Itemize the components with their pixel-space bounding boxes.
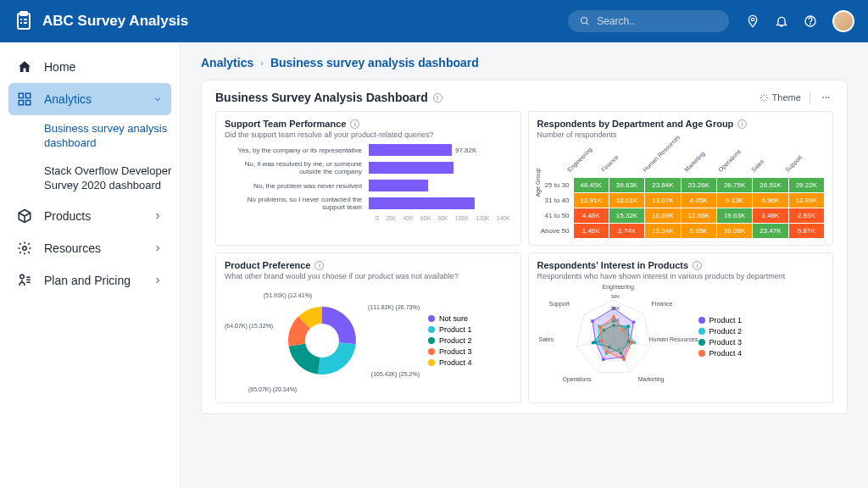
svg-point-34	[590, 319, 593, 323]
svg-rect-1	[20, 12, 27, 15]
svg-point-49	[591, 341, 594, 345]
svg-point-58	[598, 326, 602, 330]
breadcrumb: Analytics › Business survey analysis das…	[201, 56, 848, 69]
svg-rect-13	[19, 101, 23, 105]
box-icon	[17, 208, 32, 224]
svg-point-54	[630, 341, 633, 344]
donut-chart	[225, 286, 420, 396]
avatar[interactable]	[832, 10, 854, 32]
panel-subtitle: What other brand would you choose if our…	[225, 272, 512, 280]
panel-title: Respondents by Department and Age Groupi	[537, 119, 825, 129]
svg-point-53	[621, 329, 625, 332]
panel-preference: Product Preferencei What other brand wou…	[215, 252, 521, 403]
svg-line-7	[587, 23, 589, 25]
info-icon[interactable]: i	[350, 119, 359, 129]
bar-chart: Yes, by the company or its representativ…	[225, 144, 512, 221]
svg-point-8	[751, 18, 754, 20]
panel-heatmap: Respondents by Department and Age Groupi…	[528, 111, 834, 246]
pricing-icon	[17, 273, 32, 288]
info-icon[interactable]: i	[314, 261, 324, 270]
search-input[interactable]	[597, 15, 717, 27]
svg-point-57	[599, 339, 603, 342]
home-icon	[17, 59, 32, 75]
info-icon[interactable]: i	[693, 261, 702, 270]
panel-support: Support Team Performancei Did the suppor…	[215, 111, 521, 246]
chevron-right-icon: ›	[260, 58, 264, 68]
sidebar-item-label: Analytics	[44, 92, 92, 106]
radar-chart: Engineering Finance Human Resources Mark…	[537, 286, 690, 387]
sidebar-item-resources[interactable]: Resources	[0, 232, 180, 264]
svg-point-15	[23, 246, 27, 250]
svg-point-55	[622, 358, 626, 361]
help-icon[interactable]	[804, 14, 817, 28]
main-content: Analytics › Business survey analysis das…	[181, 42, 868, 488]
chevron-right-icon	[153, 243, 163, 253]
panel-interest: Respondents' Interest in Productsi Respo…	[528, 252, 834, 403]
panel-subtitle: Did the support team resolve all your pr…	[225, 130, 512, 139]
sidebar-sub-stackoverflow[interactable]: Stack Overflow Developer Survey 2020 das…	[44, 158, 180, 200]
svg-point-32	[601, 358, 604, 361]
chevron-right-icon	[153, 211, 163, 221]
location-icon[interactable]	[746, 14, 760, 28]
panel-title: Respondents' Interest in Productsi	[537, 260, 825, 270]
sidebar-item-products[interactable]: Products	[0, 200, 180, 232]
clipboard-icon	[14, 11, 34, 31]
svg-point-16	[20, 274, 25, 279]
gear-icon	[17, 241, 32, 256]
theme-button[interactable]: Theme	[760, 92, 801, 103]
sidebar-item-label: Products	[44, 209, 91, 223]
svg-rect-11	[19, 93, 23, 97]
bell-icon[interactable]	[775, 14, 788, 28]
app-header: ABC Survey Analysis	[0, 0, 868, 42]
svg-point-6	[581, 17, 587, 23]
sparkle-icon	[760, 93, 769, 103]
more-button[interactable]: ···	[819, 92, 833, 103]
panel-title: Product Preferencei	[225, 260, 512, 270]
legend: Not sureProduct 1Product 2Product 3Produ…	[428, 312, 472, 369]
sidebar-item-home[interactable]: Home	[0, 51, 180, 83]
panel-subtitle: Respondents who have shown interest in v…	[537, 272, 825, 280]
sidebar-item-analytics[interactable]: Analytics	[8, 83, 171, 115]
dashboard-card: Business Survey Analysis Dashboard i The…	[201, 80, 848, 414]
search-box[interactable]	[568, 10, 729, 32]
heatmap-chart: 25 to 3048.45K39.83K23.84K23.26K26.75K26…	[537, 178, 825, 238]
panel-title: Support Team Performancei	[225, 119, 512, 129]
sidebar-item-label: Resources	[44, 241, 101, 255]
chevron-down-icon	[153, 94, 163, 104]
legend: Product 1Product 2Product 3Product 4	[698, 313, 743, 360]
app-title: ABC Survey Analysis	[42, 13, 568, 30]
svg-point-56	[605, 350, 609, 353]
breadcrumb-current: Business survey analysis dashboard	[270, 56, 479, 69]
svg-point-29	[632, 320, 635, 324]
svg-rect-14	[26, 101, 31, 105]
search-icon	[580, 15, 590, 27]
svg-rect-12	[26, 93, 31, 97]
info-icon[interactable]: i	[433, 93, 442, 103]
breadcrumb-parent[interactable]: Analytics	[201, 56, 253, 69]
page-title: Business Survey Analysis Dashboard i	[215, 91, 760, 104]
grid-icon	[17, 92, 32, 107]
chevron-right-icon	[153, 275, 163, 286]
sidebar-item-label: Home	[44, 60, 75, 74]
sidebar-item-label: Plan and Pricing	[44, 274, 131, 287]
info-icon[interactable]: i	[737, 119, 747, 129]
sidebar-sub-business[interactable]: Business survey analysis dashboard	[44, 115, 180, 158]
svg-point-45	[626, 324, 630, 328]
sidebar-item-plan[interactable]: Plan and Pricing	[0, 264, 180, 297]
sidebar: Home Analytics Business survey analysis …	[0, 42, 181, 488]
svg-point-10	[810, 24, 811, 25]
